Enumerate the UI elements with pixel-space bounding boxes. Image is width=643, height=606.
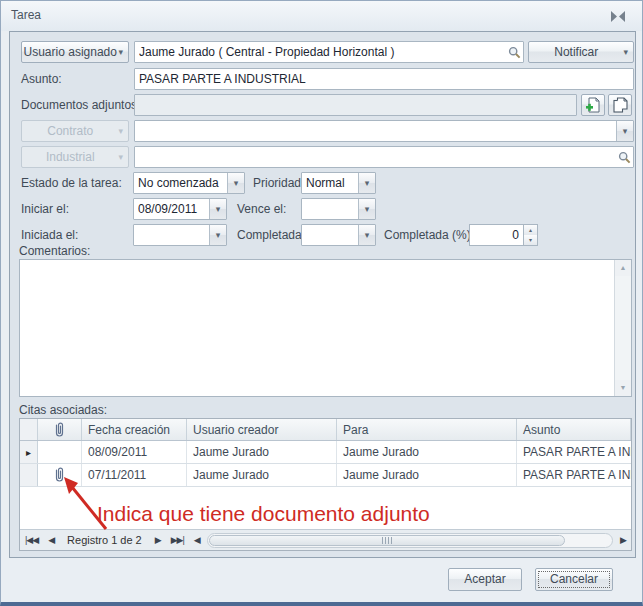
appointments-grid: Fecha creación Usuario creador Para Asun…: [19, 418, 632, 551]
scrollbar-thumb[interactable]: [209, 535, 565, 546]
attachments-field: [134, 94, 577, 116]
scroll-up-icon[interactable]: ▲: [615, 260, 631, 276]
start-date-combo: ▾: [133, 198, 227, 220]
cancel-button[interactable]: Cancelar: [535, 568, 613, 591]
nav-last-icon[interactable]: ▶▶|: [166, 535, 189, 545]
nav-prev-icon[interactable]: ◀: [43, 535, 59, 545]
task-state-input[interactable]: [134, 174, 227, 192]
chevron-down-icon: ▾: [623, 48, 633, 57]
start-date-input[interactable]: [134, 200, 209, 218]
comments-scrollbar[interactable]: ▲ ▼: [614, 260, 631, 396]
industrial-label: Industrial: [22, 150, 118, 164]
industrial-dropdown-button: Industrial ▾: [21, 146, 129, 168]
cell-fecha: 08/09/2011: [82, 441, 187, 463]
copy-icon[interactable]: [608, 94, 632, 116]
assigned-user-field: [134, 41, 524, 63]
comments-field: ▲ ▼: [19, 259, 632, 397]
completed-percent-stepper: 0 ▴ ▾: [469, 224, 538, 246]
title-bar: Tarea: [1, 1, 642, 31]
scroll-down-icon[interactable]: ▼: [615, 380, 631, 396]
chevron-down-icon[interactable]: ▾: [358, 199, 375, 219]
cell-asunto: PASAR PARTE A INDUSTRIAL: [517, 441, 631, 463]
task-state-combo: ▾: [133, 172, 245, 194]
nav-first-icon[interactable]: |◀◀: [20, 535, 43, 545]
completed-percent-value[interactable]: 0: [469, 224, 524, 246]
subject-field: [134, 68, 634, 90]
priority-combo: ▾: [301, 172, 376, 194]
chevron-down-icon[interactable]: ▾: [227, 173, 244, 193]
task-state-label: Estado de la tarea:: [21, 175, 122, 191]
subject-input[interactable]: [135, 70, 633, 88]
table-row[interactable]: 07/11/2011 Jaume Jurado Jaume Jurado PAS…: [20, 464, 631, 487]
subject-label: Asunto:: [21, 71, 62, 87]
spin-down-icon[interactable]: ▾: [524, 235, 537, 245]
cell-para: Jaume Jurado: [337, 464, 517, 486]
window-title: Tarea: [11, 8, 41, 22]
search-icon[interactable]: [615, 147, 633, 167]
industrial-field: [134, 146, 634, 168]
chevron-down-icon[interactable]: ▾: [358, 225, 375, 245]
cell-fecha: 07/11/2011: [82, 464, 187, 486]
completed-percent-label: Completada (%):: [384, 227, 474, 243]
row-selector-header: [20, 419, 38, 440]
chevron-down-icon[interactable]: ▾: [358, 173, 375, 193]
started-date-combo: ▾: [133, 224, 227, 246]
scroll-left-icon[interactable]: ◀: [189, 535, 205, 545]
accept-button[interactable]: Aceptar: [448, 568, 522, 591]
completed-date-input[interactable]: [302, 226, 358, 244]
paperclip-icon: [38, 464, 82, 486]
current-row-icon: ▸: [20, 441, 38, 463]
attachment-cell: [38, 441, 82, 463]
column-header-usuario[interactable]: Usuario creador: [187, 419, 337, 440]
nav-next-icon[interactable]: ▶: [150, 535, 166, 545]
assigned-to-label: Usuario asignado: [22, 45, 118, 59]
chevron-down-icon: ▾: [118, 48, 128, 57]
due-date-input[interactable]: [302, 200, 358, 218]
priority-label: Prioridad:: [253, 175, 304, 191]
horizontal-scrollbar[interactable]: [207, 533, 613, 548]
started-date-input[interactable]: [134, 226, 209, 244]
row-selector-cell: [20, 464, 38, 486]
attachments-input[interactable]: [135, 96, 576, 114]
search-icon[interactable]: [505, 42, 523, 62]
scroll-right-icon[interactable]: ▶: [615, 535, 631, 545]
completed-date-combo: ▾: [301, 224, 376, 246]
contract-input[interactable]: [135, 122, 616, 140]
column-header-fecha[interactable]: Fecha creación: [82, 419, 187, 440]
column-header-asunto[interactable]: Asunto: [517, 419, 631, 440]
notify-label: Notificar: [529, 45, 623, 59]
assigned-user-input[interactable]: [135, 43, 505, 61]
annotation-text: Indica que tiene documento adjunto: [97, 502, 430, 526]
column-header-para[interactable]: Para: [337, 419, 517, 440]
record-counter: Registro 1 de 2: [59, 534, 150, 546]
chevron-down-icon: ▾: [118, 153, 128, 162]
cell-para: Jaume Jurado: [337, 441, 517, 463]
table-row[interactable]: ▸ 08/09/2011 Jaume Jurado Jaume Jurado P…: [20, 441, 631, 464]
started-date-label: Iniciada el:: [21, 227, 78, 243]
cell-asunto: PASAR PARTE A INDUSTRIAL: [517, 464, 631, 486]
cell-usuario: Jaume Jurado: [187, 464, 337, 486]
priority-input[interactable]: [302, 174, 358, 192]
contract-dropdown-button: Contrato ▾: [21, 120, 129, 142]
spin-up-icon[interactable]: ▴: [524, 225, 537, 235]
appointments-section-label: Citas asociadas:: [19, 402, 107, 418]
grid-header-row: Fecha creación Usuario creador Para Asun…: [20, 419, 631, 441]
chevron-down-icon[interactable]: ▾: [616, 121, 633, 141]
comments-label: Comentarios:: [19, 243, 90, 259]
chevron-down-icon: ▾: [118, 127, 128, 136]
due-date-combo: ▾: [301, 198, 376, 220]
notify-dropdown-button[interactable]: Notificar ▾: [528, 41, 634, 63]
cell-usuario: Jaume Jurado: [187, 441, 337, 463]
chevron-down-icon[interactable]: ▾: [209, 199, 226, 219]
close-icon[interactable]: [608, 10, 628, 23]
due-date-label: Vence el:: [237, 201, 286, 217]
industrial-input[interactable]: [135, 148, 615, 166]
contract-label: Contrato: [22, 124, 118, 138]
paperclip-icon[interactable]: [38, 419, 82, 440]
chevron-down-icon[interactable]: ▾: [209, 225, 226, 245]
add-document-icon[interactable]: [581, 94, 605, 116]
assigned-to-dropdown-button[interactable]: Usuario asignado ▾: [21, 41, 129, 63]
comments-textarea[interactable]: [20, 260, 614, 396]
record-navigator: |◀◀ ◀ Registro 1 de 2 ▶ ▶▶| ◀ ▶: [20, 529, 631, 550]
attachments-label: Documentos adjuntos:: [21, 97, 140, 113]
